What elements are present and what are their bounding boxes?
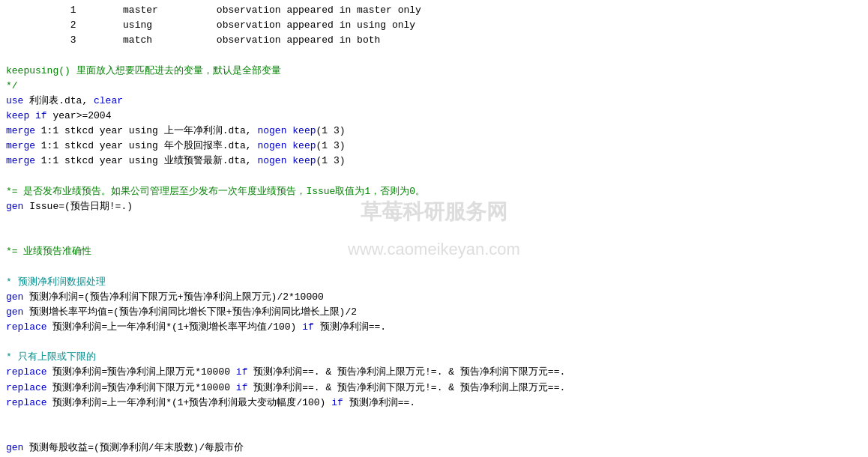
code-line: gen 预测每股收益=(预测净利润/年末股数)/每股市价 xyxy=(6,441,862,456)
code-line: 2 using observation appeared in using on… xyxy=(6,18,862,33)
code-line xyxy=(6,426,862,441)
code-line: replace 预测净利润=上一年净利润*(1+预告净利润最大变动幅度/100)… xyxy=(6,396,862,411)
code-line: * 预测净利润数据处理 xyxy=(6,275,862,290)
code-line: *= 是否发布业绩预告。如果公司管理层至少发布一次年度业绩预告，Issue取值为… xyxy=(6,184,862,199)
code-line: replace 预测净利润=预告净利润上限万元*10000 if 预测净利润==… xyxy=(6,365,862,380)
code-line: merge 1:1 stkcd year using 年个股回报率.dta, n… xyxy=(6,139,862,154)
code-line: gen Issue=(预告日期!=.) xyxy=(6,199,862,214)
code-line: */ xyxy=(6,79,862,94)
code-line: use 利润表.dta, clear xyxy=(6,94,862,109)
code-line: * 只有上限或下限的 xyxy=(6,350,862,365)
code-line: replace 预测净利润=预告净利润下限万元*10000 if 预测净利润==… xyxy=(6,381,862,396)
code-line: merge 1:1 stkcd year using 上一年净利润.dta, n… xyxy=(6,124,862,139)
code-line xyxy=(6,411,862,426)
code-line xyxy=(6,169,862,184)
code-container: 草莓科研服务网 www.caomeikeyan.com 1 master obs… xyxy=(0,0,868,457)
code-line xyxy=(6,259,862,274)
code-lines: 1 master observation appeared in master … xyxy=(6,3,862,457)
code-line: replace 预测净利润=上一年净利润*(1+预测增长率平均值/100) if… xyxy=(6,320,862,335)
code-line: *= 业绩预告准确性 xyxy=(6,244,862,259)
code-line: gen 预测净利润=(预告净利润下限万元+预告净利润上限万元)/2*10000 xyxy=(6,290,862,305)
code-line xyxy=(6,214,862,229)
code-line xyxy=(6,335,862,350)
code-line: gen 预测增长率平均值=(预告净利润同比增长下限+预告净利润同比增长上限)/2 xyxy=(6,305,862,320)
code-line: merge 1:1 stkcd year using 业绩预警最新.dta, n… xyxy=(6,154,862,169)
code-line: 3 match observation appeared in both xyxy=(6,33,862,48)
code-line: 1 master observation appeared in master … xyxy=(6,3,862,18)
code-line xyxy=(6,229,862,244)
code-line: keep if year>=2004 xyxy=(6,109,862,124)
code-line: keepusing() 里面放入想要匹配进去的变量，默认是全部变量 xyxy=(6,64,862,79)
code-line xyxy=(6,48,862,63)
